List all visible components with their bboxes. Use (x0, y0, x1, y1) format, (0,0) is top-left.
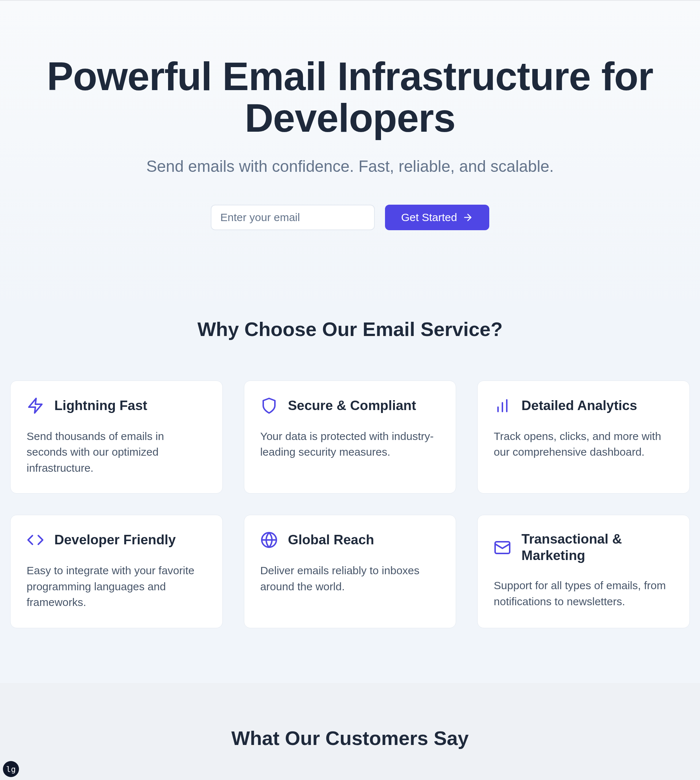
feature-title: Global Reach (288, 532, 374, 548)
feature-card: Lightning Fast Send thousands of emails … (10, 381, 223, 494)
feature-card: Detailed Analytics Track opens, clicks, … (477, 381, 690, 494)
feature-title: Lightning Fast (54, 398, 147, 414)
feature-desc: Track opens, clicks, and more with our c… (493, 428, 673, 460)
feature-card: Developer Friendly Easy to integrate wit… (10, 515, 223, 628)
feature-title: Secure & Compliant (288, 398, 417, 414)
feature-desc: Support for all types of emails, from no… (493, 578, 673, 609)
breakpoint-badge: lg (3, 761, 19, 777)
zap-icon (27, 397, 44, 414)
bar-chart-icon (493, 397, 511, 414)
feature-card: Global Reach Deliver emails reliably to … (244, 515, 457, 628)
arrow-right-icon (462, 212, 473, 223)
globe-icon (260, 531, 278, 549)
hero-section: Powerful Email Infrastructure for Develo… (0, 1, 700, 311)
email-input[interactable] (211, 205, 375, 230)
feature-desc: Easy to integrate with your favorite pro… (27, 563, 207, 610)
feature-desc: Send thousands of emails in seconds with… (27, 428, 207, 476)
code-icon (27, 531, 44, 549)
svg-marker-1 (29, 398, 42, 413)
cta-label: Get Started (401, 211, 457, 224)
features-heading: Why Choose Our Email Service? (10, 318, 690, 341)
feature-desc: Your data is protected with industry-lea… (260, 428, 440, 460)
feature-card: Secure & Compliant Your data is protecte… (244, 381, 457, 494)
get-started-button[interactable]: Get Started (385, 205, 489, 230)
signup-form: Get Started (15, 205, 685, 230)
testimonials-heading: What Our Customers Say (10, 727, 690, 749)
feature-title: Transactional & Marketing (522, 531, 673, 564)
feature-desc: Deliver emails reliably to inboxes aroun… (260, 563, 440, 594)
mail-icon (493, 539, 511, 556)
features-section: Why Choose Our Email Service? Lightning … (0, 311, 700, 683)
hero-subtitle: Send emails with confidence. Fast, relia… (15, 157, 685, 175)
feature-title: Detailed Analytics (522, 398, 637, 414)
testimonials-section: What Our Customers Say (0, 683, 700, 780)
feature-card: Transactional & Marketing Support for al… (477, 515, 690, 628)
hero-title: Powerful Email Infrastructure for Develo… (40, 55, 660, 139)
features-grid: Lightning Fast Send thousands of emails … (10, 381, 690, 628)
shield-icon (260, 397, 278, 414)
feature-title: Developer Friendly (54, 532, 176, 548)
